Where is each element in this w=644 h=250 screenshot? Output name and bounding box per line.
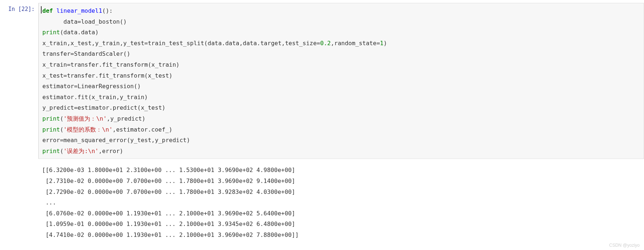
code-text: ,estimator.coef_) — [112, 126, 172, 133]
code-line: data=load_boston() — [42, 18, 127, 25]
code-text: x_train,x_test,y_train,y_test=train_test… — [42, 40, 320, 47]
number-literal: 1 — [380, 40, 384, 47]
code-text: ,error) — [99, 148, 123, 155]
number-literal: 0.2 — [320, 40, 331, 47]
output-prompt-spacer — [0, 163, 38, 242]
code-line: x_train=transfer.fit_transform(x_train) — [42, 61, 180, 68]
string-literal: '误差为:\n' — [64, 148, 99, 155]
cursor-icon — [41, 6, 42, 13]
builtin-print: print — [42, 148, 60, 155]
code-line: estimator=LinearRegression() — [42, 83, 141, 90]
output-line: [2.7310e-02 0.0000e+00 7.0700e+00 ... 1.… — [42, 177, 295, 184]
code-text: (): — [102, 7, 113, 14]
code-cell: In [22]: def linear_model1(): data=load_… — [0, 3, 644, 159]
code-line: estimator.fit(x_train,y_train) — [42, 94, 148, 101]
output-line: ... — [42, 199, 56, 206]
output-text: [[6.3200e-03 1.8000e+01 2.3100e+00 ... 1… — [38, 163, 644, 242]
code-editor[interactable]: def linear_model1(): data=load_boston() … — [38, 3, 644, 159]
code-text: ,random_state= — [331, 40, 380, 47]
code-line: error=mean_squared_error(y_test,y_predic… — [42, 137, 190, 144]
input-prompt: In [22]: — [0, 3, 38, 159]
builtin-print: print — [42, 29, 60, 36]
prompt-label: In [22]: — [8, 6, 35, 12]
code-line: transfer=StandardScaler() — [42, 50, 130, 57]
keyword-def: def — [42, 7, 53, 14]
output-line: [6.0760e-02 0.0000e+00 1.1930e+01 ... 2.… — [42, 210, 295, 217]
string-literal: '模型的系数：\n' — [64, 126, 113, 133]
code-line: y_predict=estimator.predict(x_test) — [42, 104, 165, 111]
function-name: linear_model1 — [53, 7, 102, 14]
output-line: [4.7410e-02 0.0000e+00 1.1930e+01 ... 2.… — [42, 231, 299, 238]
string-literal: '预测值为：\n' — [64, 115, 107, 122]
output-line: [2.7290e-02 0.0000e+00 7.0700e+00 ... 1.… — [42, 188, 295, 195]
output-cell: [[6.3200e-03 1.8000e+01 2.3100e+00 ... 1… — [0, 163, 644, 242]
code-text: ,y_predict) — [107, 115, 145, 122]
watermark: CSDN @yoziyo — [609, 243, 640, 245]
output-line: [1.0959e-01 0.0000e+00 1.1930e+01 ... 2.… — [42, 220, 295, 227]
output-line: [[6.3200e-03 1.8000e+01 2.3100e+00 ... 1… — [42, 167, 295, 173]
code-line: x_test=transfer.fit_transform(x_test) — [42, 72, 172, 79]
code-text: ) — [383, 40, 387, 47]
builtin-print: print — [42, 126, 60, 133]
code-text: (data.data) — [60, 29, 99, 36]
builtin-print: print — [42, 115, 60, 122]
